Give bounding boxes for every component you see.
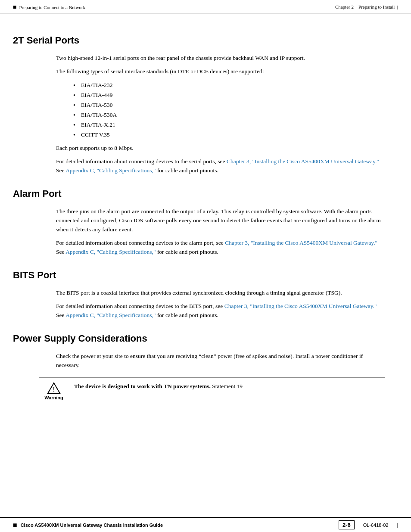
- footer-page-number: 2-6: [339, 520, 355, 529]
- serial-ports-bullet-list: EIA/TIA-232 EIA/TIA-449 EIA/TIA-530 EIA/…: [73, 81, 385, 140]
- header-left: ■ Preparing to Connect to a Network: [13, 4, 85, 10]
- footer-bullet-icon: ■: [13, 522, 17, 529]
- header-right: Chapter 2 Preparing to Install |: [335, 4, 398, 9]
- bits-port-link-1[interactable]: Chapter 3, "Installing the Cisco AS5400X…: [224, 303, 377, 309]
- bullet-item: EIA/TIA-X.21: [73, 120, 385, 130]
- header-chapter-title: Preparing to Install: [358, 4, 395, 9]
- top-header: ■ Preparing to Connect to a Network Chap…: [0, 0, 411, 13]
- section-heading-serial-ports: 2T Serial Ports: [13, 35, 398, 48]
- bullet-item: EIA/TIA-232: [73, 81, 385, 90]
- bullet-item: EIA/TIA-449: [73, 90, 385, 100]
- warning-text: The device is designed to work with TN p…: [69, 381, 243, 391]
- serial-ports-para-2: The following types of serial interface …: [56, 67, 385, 76]
- power-supply-para-1: Check the power at your site to ensure t…: [56, 352, 385, 370]
- bits-port-ref: For detailed information about connectin…: [56, 302, 385, 320]
- warning-box: ! Warning The device is designed to work…: [39, 377, 385, 400]
- alarm-port-ref: For detailed information about connectin…: [56, 239, 385, 257]
- warning-statement: Statement 19: [212, 383, 243, 389]
- alarm-port-link-2[interactable]: Appendix C, "Cabling Specifications,": [65, 249, 156, 255]
- section-heading-alarm-port: Alarm Port: [13, 188, 398, 201]
- page-footer: ■ Cisco AS5400XM Universal Gateway Chass…: [0, 517, 411, 532]
- footer-doc-number: OL-6418-02: [363, 523, 389, 528]
- footer-left: ■ Cisco AS5400XM Universal Gateway Chass…: [13, 522, 163, 529]
- footer-right: 2-6 OL-6418-02 |: [339, 520, 398, 529]
- bits-port-para-1: The BITS port is a coaxial interface tha…: [56, 289, 385, 298]
- page-wrapper: ■ Preparing to Connect to a Network Chap…: [0, 0, 411, 532]
- footer-doc-title: Cisco AS5400XM Universal Gateway Chassis…: [21, 523, 163, 528]
- bits-port-link-2[interactable]: Appendix C, "Cabling Specifications,": [65, 312, 156, 318]
- serial-ports-para-1: Two high-speed 12-in-1 serial ports on t…: [56, 54, 385, 63]
- alarm-port-para-1: The three pins on the alarm port are con…: [56, 207, 385, 234]
- bullet-item: EIA/TIA-530: [73, 100, 385, 110]
- warning-label: Warning: [44, 395, 63, 400]
- section-heading-bits-port: BITS Port: [13, 270, 398, 283]
- serial-ports-link-2[interactable]: Appendix C, "Cabling Specifications,": [65, 167, 156, 174]
- bullet-item: EIA/TIA-530A: [73, 110, 385, 120]
- bullet-item: CCITT V.35: [73, 130, 385, 140]
- footer-bar: |: [397, 522, 398, 529]
- serial-ports-mbps: Each port supports up to 8 Mbps.: [56, 144, 385, 153]
- warning-triangle-icon: !: [47, 382, 61, 394]
- header-chapter: Chapter 2: [335, 4, 354, 9]
- warning-icon-col: ! Warning: [39, 381, 69, 400]
- alarm-port-link-1[interactable]: Chapter 3, "Installing the Cisco AS5400X…: [225, 240, 377, 246]
- svg-text:!: !: [53, 386, 55, 393]
- serial-ports-link-1[interactable]: Chapter 3, "Installing the Cisco AS5400X…: [227, 158, 379, 165]
- header-bullet-icon: ■: [13, 4, 16, 10]
- section-heading-power-supply: Power Supply Considerations: [13, 333, 398, 346]
- serial-ports-ref: For detailed information about connectin…: [56, 157, 385, 175]
- warning-bold-text: The device is designed to work with TN p…: [74, 383, 211, 389]
- header-breadcrumb: Preparing to Connect to a Network: [19, 5, 85, 10]
- content-area: 2T Serial Ports Two high-speed 12-in-1 s…: [0, 13, 411, 426]
